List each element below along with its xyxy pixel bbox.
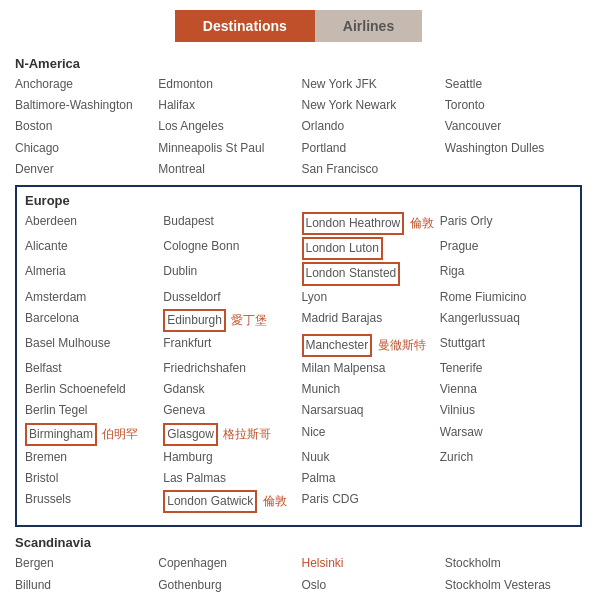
- list-item: Alicante: [25, 237, 157, 260]
- list-item: Dublin: [163, 262, 295, 285]
- list-item: Kangerlussuaq: [440, 309, 572, 332]
- cn-birmingham: 伯明罕: [102, 427, 138, 441]
- list-item: Geneva: [163, 401, 295, 420]
- list-item: London Gatwick 倫敦: [163, 490, 295, 513]
- list-item: Stockholm: [445, 554, 582, 573]
- tab-airlines[interactable]: Airlines: [315, 10, 422, 42]
- list-item: Halifax: [158, 96, 295, 115]
- list-item: London Luton: [302, 237, 434, 260]
- tab-bar: Destinations Airlines: [15, 10, 582, 42]
- list-item: Edmonton: [158, 75, 295, 94]
- highlight-birmingham: Birmingham: [25, 423, 97, 446]
- list-item: Minneapolis St Paul: [158, 139, 295, 158]
- list-item: Vancouver: [445, 117, 582, 136]
- list-item: Vienna: [440, 380, 572, 399]
- highlight-manchester: Manchester: [302, 334, 373, 357]
- list-item: Lyon: [302, 288, 434, 307]
- list-item: Hamburg: [163, 448, 295, 467]
- section-namerica: N-America Anchorage Edmonton New York JF…: [15, 56, 582, 179]
- list-item: Berlin Schoenefeld: [25, 380, 157, 399]
- list-item: Oslo: [302, 576, 439, 595]
- list-item: Los Angeles: [158, 117, 295, 136]
- highlight-london-gatwick: London Gatwick: [163, 490, 257, 513]
- list-item: Belfast: [25, 359, 157, 378]
- list-item: Warsaw: [440, 423, 572, 446]
- list-item: Madrid Barajas: [302, 309, 434, 332]
- cn-glasgow: 格拉斯哥: [223, 427, 271, 441]
- list-item: Prague: [440, 237, 572, 260]
- list-item: [440, 490, 572, 513]
- list-item: Riga: [440, 262, 572, 285]
- list-item: Budapest: [163, 212, 295, 235]
- list-item: Zurich: [440, 448, 572, 467]
- list-item: Paris Orly: [440, 212, 572, 235]
- list-item: Bristol: [25, 469, 157, 488]
- list-item: Munich: [302, 380, 434, 399]
- list-item: Friedrichshafen: [163, 359, 295, 378]
- tab-destinations[interactable]: Destinations: [175, 10, 315, 42]
- list-item: Toronto: [445, 96, 582, 115]
- list-item: Glasgow 格拉斯哥: [163, 423, 295, 446]
- list-item: Narsarsuaq: [302, 401, 434, 420]
- list-item: Cologne Bonn: [163, 237, 295, 260]
- cn-edinburgh: 愛丁堡: [231, 313, 267, 327]
- list-item: Dusseldorf: [163, 288, 295, 307]
- list-item: Amsterdam: [25, 288, 157, 307]
- list-item: New York JFK: [302, 75, 439, 94]
- list-item: Bergen: [15, 554, 152, 573]
- section-scandinavia: Scandinavia Bergen Copenhagen Helsinki S…: [15, 535, 582, 594]
- list-item: Anchorage: [15, 75, 152, 94]
- list-item: Frankfurt: [163, 334, 295, 357]
- list-item: Stockholm Vesteras: [445, 576, 582, 595]
- list-item: Berlin Tegel: [25, 401, 157, 420]
- list-item: Birmingham 伯明罕: [25, 423, 157, 446]
- namerica-city-grid: Anchorage Edmonton New York JFK Seattle …: [15, 75, 582, 179]
- list-item: Orlando: [302, 117, 439, 136]
- cn-london-heathrow: 倫敦: [410, 216, 434, 230]
- list-item: Baltimore-Washington: [15, 96, 152, 115]
- list-item: Bremen: [25, 448, 157, 467]
- list-item: Brussels: [25, 490, 157, 513]
- list-item: London Stansted: [302, 262, 434, 285]
- list-item: Paris CDG: [302, 490, 434, 513]
- section-europe: Europe Aberdeen Budapest London Heathrow…: [15, 185, 582, 527]
- section-europe-header: Europe: [25, 193, 572, 208]
- list-item: Montreal: [158, 160, 295, 179]
- section-namerica-header: N-America: [15, 56, 582, 71]
- list-item: Helsinki: [302, 554, 439, 573]
- list-item: Vilnius: [440, 401, 572, 420]
- list-item: Las Palmas: [163, 469, 295, 488]
- list-item: Nice: [302, 423, 434, 446]
- highlight-london-heathrow: London Heathrow: [302, 212, 405, 235]
- list-item: Washington Dulles: [445, 139, 582, 158]
- section-scandinavia-header: Scandinavia: [15, 535, 582, 550]
- cn-manchester: 曼徹斯特: [378, 338, 426, 352]
- list-item: Rome Fiumicino: [440, 288, 572, 307]
- list-item: Basel Mulhouse: [25, 334, 157, 357]
- cn-london-gatwick: 倫敦: [263, 494, 287, 508]
- list-item: Copenhagen: [158, 554, 295, 573]
- list-item: Chicago: [15, 139, 152, 158]
- list-item: Gothenburg: [158, 576, 295, 595]
- list-item: Palma: [302, 469, 434, 488]
- highlight-glasgow: Glasgow: [163, 423, 218, 446]
- list-item: [440, 469, 572, 488]
- list-item: Boston: [15, 117, 152, 136]
- europe-city-grid: Aberdeen Budapest London Heathrow 倫敦 Par…: [25, 212, 572, 513]
- list-item: Manchester 曼徹斯特: [302, 334, 434, 357]
- list-item: [445, 160, 582, 179]
- list-item: Seattle: [445, 75, 582, 94]
- page-wrapper: Destinations Airlines N-America Anchorag…: [0, 0, 597, 600]
- scandinavia-city-grid: Bergen Copenhagen Helsinki Stockholm Bil…: [15, 554, 582, 594]
- list-item: Denver: [15, 160, 152, 179]
- list-item: Portland: [302, 139, 439, 158]
- highlight-edinburgh: Edinburgh: [163, 309, 226, 332]
- highlight-london-luton: London Luton: [302, 237, 383, 260]
- list-item: London Heathrow 倫敦: [302, 212, 434, 235]
- list-item: Billund: [15, 576, 152, 595]
- list-item: New York Newark: [302, 96, 439, 115]
- list-item: Milan Malpensa: [302, 359, 434, 378]
- list-item: Almeria: [25, 262, 157, 285]
- list-item: Barcelona: [25, 309, 157, 332]
- highlight-london-stansted: London Stansted: [302, 262, 401, 285]
